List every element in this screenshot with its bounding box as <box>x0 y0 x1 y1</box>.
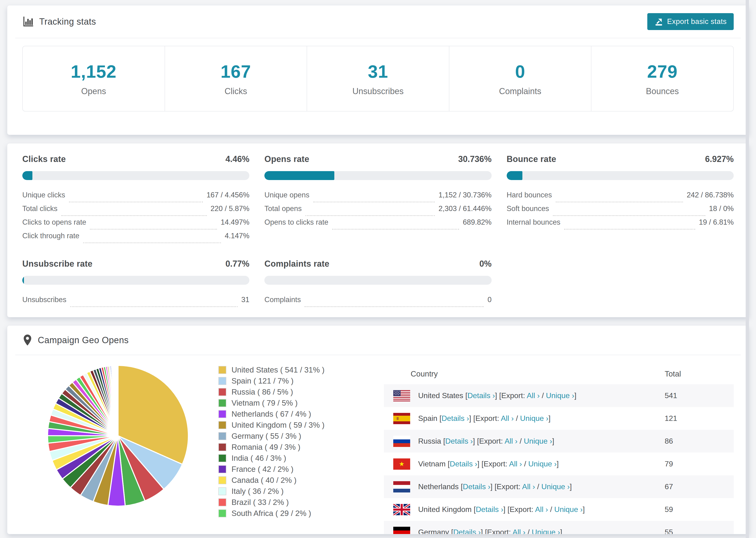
geo-opens-pie-chart <box>46 364 190 508</box>
rate-title: Clicks rate <box>22 154 66 164</box>
export-all-link[interactable]: All › <box>505 437 517 445</box>
detail-row: Complaints0 <box>264 296 491 309</box>
export-all-link[interactable]: All › <box>513 528 525 534</box>
flag-united-states-icon <box>393 390 410 402</box>
export-unique-link[interactable]: Unique › <box>520 414 549 422</box>
legend-item: Brazil ( 33 / 2% ) <box>218 498 324 507</box>
export-unique-link[interactable]: Unique › <box>532 528 560 534</box>
total-value: 86 <box>665 437 723 446</box>
legend-item: Italy ( 36 / 2% ) <box>218 487 324 496</box>
detail-row: Total opens2,303 / 61.446% <box>264 204 491 218</box>
country-name: Russia <box>418 437 441 445</box>
stat-opens: 1,152 Opens <box>23 46 165 111</box>
column-header-total: Total <box>665 369 723 378</box>
bar-chart-icon <box>22 16 34 27</box>
details-link[interactable]: Details › <box>467 391 495 400</box>
total-value: 55 <box>665 528 723 534</box>
legend-swatch <box>218 366 226 374</box>
legend-swatch <box>218 465 226 473</box>
geo-title: Campaign Geo Opens <box>38 335 129 345</box>
flag-germany-icon <box>393 527 410 534</box>
stat-label: Clicks <box>225 86 247 96</box>
export-unique-link[interactable]: Unique › <box>554 505 583 513</box>
legend-item: Germany ( 55 / 3% ) <box>218 432 324 441</box>
legend-swatch <box>218 432 226 440</box>
stat-label: Opens <box>81 86 106 96</box>
legend-item: India ( 46 / 3% ) <box>218 454 324 463</box>
rate-percent: 4.46% <box>225 154 249 164</box>
detail-row: Opens to clicks rate689.82% <box>264 218 491 232</box>
stat-bounces: 279 Bounces <box>591 46 733 111</box>
export-all-link[interactable]: All › <box>509 459 522 468</box>
legend-item: France ( 42 / 2% ) <box>218 465 324 474</box>
legend-swatch <box>218 377 226 385</box>
legend-swatch <box>218 454 226 462</box>
details-link[interactable]: Details › <box>476 505 503 513</box>
country-name: United States <box>418 391 463 400</box>
rates-card: Clicks rate 4.46% Unique clicks167 / 4.4… <box>7 143 749 317</box>
flag-netherlands-icon <box>393 481 410 493</box>
export-basic-stats-button[interactable]: Export basic stats <box>647 13 734 30</box>
stat-label: Unsubscribes <box>352 86 404 96</box>
table-row: Netherlands [Details ›] [Export: All › /… <box>384 475 734 498</box>
export-unique-link[interactable]: Unique › <box>541 482 570 491</box>
campaign-geo-opens-card: Campaign Geo Opens United States ( 541 /… <box>7 325 749 534</box>
total-value: 67 <box>665 482 723 491</box>
export-unique-link[interactable]: Unique › <box>524 437 552 445</box>
export-all-link[interactable]: All › <box>535 505 548 513</box>
tracking-stats-header: Tracking stats Export basic stats <box>15 5 741 38</box>
table-row: Russia [Details ›] [Export: All › / Uniq… <box>384 430 734 453</box>
export-unique-link[interactable]: Unique › <box>546 391 574 400</box>
legend-item: Vietnam ( 79 / 5% ) <box>218 399 324 407</box>
export-all-link[interactable]: All › <box>522 482 535 491</box>
export-all-link[interactable]: All › <box>527 391 540 400</box>
flag-united-kingdom-icon <box>393 504 410 515</box>
details-link[interactable]: Details › <box>445 437 473 445</box>
tracking-stats-card: Tracking stats Export basic stats 1,152 … <box>7 5 749 135</box>
legend-swatch <box>218 421 226 429</box>
details-link[interactable]: Details › <box>463 482 490 491</box>
progress-bar <box>264 171 491 180</box>
export-unique-link[interactable]: Unique › <box>528 459 557 468</box>
stat-value: 1,152 <box>71 61 117 82</box>
rate-title: Unsubscribe rate <box>22 259 92 269</box>
export-all-link[interactable]: All › <box>501 414 514 422</box>
table-row: Vietnam [Details ›] [Export: All › / Uni… <box>384 453 734 475</box>
progress-fill <box>507 171 522 180</box>
flag-russia-icon <box>393 436 410 447</box>
legend-item: United States ( 541 / 31% ) <box>218 365 324 374</box>
stat-value: 167 <box>220 61 251 82</box>
detail-row: Unique clicks167 / 4.456% <box>22 191 249 204</box>
country-name: Vietnam <box>418 459 446 468</box>
details-link[interactable]: Details › <box>442 414 469 422</box>
detail-row: Clicks to opens rate14.497% <box>22 218 249 232</box>
legend-swatch <box>218 487 226 495</box>
rate-title: Opens rate <box>264 154 309 164</box>
unsubscribe-rate-block: Unsubscribe rate 0.77% Unsubscribes31 <box>22 259 249 309</box>
geo-table: Country Total United States [Details ›] … <box>384 364 734 534</box>
export-icon <box>654 17 663 26</box>
table-row: United States [Details ›] [Export: All ›… <box>384 384 734 407</box>
details-link[interactable]: Details › <box>450 459 477 468</box>
legend-swatch <box>218 388 226 396</box>
page-scrollbar[interactable] <box>746 0 749 538</box>
geo-header: Campaign Geo Opens <box>15 326 741 355</box>
country-name: Netherlands <box>418 482 459 491</box>
total-value: 121 <box>665 414 723 423</box>
table-row: Spain [Details ›] [Export: All › / Uniqu… <box>384 407 734 430</box>
legend-swatch <box>218 476 226 484</box>
country-name: Spain <box>418 414 437 422</box>
stat-value: 0 <box>515 61 525 82</box>
details-link[interactable]: Details › <box>453 528 481 534</box>
legend-item: Russia ( 86 / 5% ) <box>218 388 324 397</box>
legend-item: United Kingdom ( 59 / 3% ) <box>218 421 324 430</box>
complaints-rate-block: Complaints rate 0% Complaints0 <box>264 259 491 309</box>
country-name: Germany <box>418 528 449 534</box>
detail-row: Unique opens1,152 / 30.736% <box>264 191 491 204</box>
progress-fill <box>22 276 24 285</box>
detail-row: Soft bounces18 / 0% <box>507 204 734 218</box>
legend-item: Canada ( 40 / 2% ) <box>218 476 324 485</box>
bounce-rate-block: Bounce rate 6.927% Hard bounces242 / 86.… <box>507 154 734 245</box>
rate-title: Complaints rate <box>264 259 329 269</box>
column-header-country: Country <box>411 369 665 378</box>
